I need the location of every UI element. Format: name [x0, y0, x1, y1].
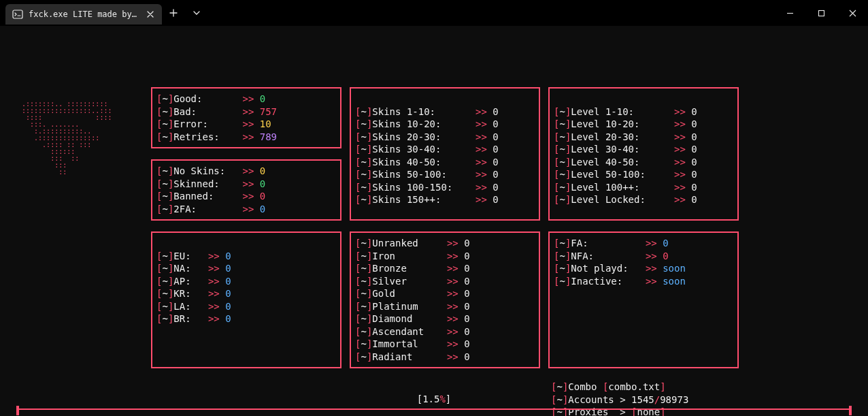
stat-value: 0 [225, 262, 231, 275]
stat-label: Ascendant [372, 325, 447, 338]
stat-label: Skins 1-10: [372, 106, 475, 118]
stat-row-rank-8: [~] Immortal >> 0 [355, 338, 532, 351]
close-window-button[interactable] [837, 0, 868, 26]
tab-dropdown-button[interactable] [185, 3, 208, 23]
stat-row-region-2: [~] AP: >> 0 [156, 275, 333, 288]
stat-label: Skins 30-40: [372, 143, 475, 156]
arrow-icon: >> [646, 275, 663, 288]
stat-value: 0 [464, 275, 469, 288]
tab-close-button[interactable] [146, 10, 155, 19]
stat-row-rank-0: [~] Unranked >> 0 [355, 237, 532, 250]
stat-label: Bronze [372, 262, 447, 275]
arrow-icon: >> [646, 250, 663, 263]
stat-row-good: [~] Good: >> 0 [156, 93, 333, 106]
arrow-icon: >> [674, 181, 691, 194]
ascii-logo: .:::::::.. :::::::::: :::::::::::::::::.… [22, 101, 112, 176]
arrow-icon: >> [674, 118, 691, 131]
stat-value: 0 [691, 143, 697, 156]
arrow-icon: >> [447, 287, 464, 300]
stat-value: 0 [464, 300, 469, 313]
stat-row-skins-1: [~] Skins 10-20: >> 0 [355, 118, 532, 131]
stat-label: 2FA: [173, 203, 242, 216]
stat-value: 0 [493, 143, 498, 156]
stat-value: 0 [691, 106, 697, 118]
arrow-icon: >> [674, 193, 691, 206]
stat-label: Gold [372, 287, 447, 300]
box-regions: [~] EU: >> 0[~] NA: >> 0[~] AP: >> 0[~] … [151, 231, 341, 368]
stat-label: FA: [571, 237, 646, 250]
stat-value: 0 [260, 190, 265, 203]
stat-row-level-6: [~] Level 100++: >> 0 [554, 181, 731, 194]
stat-value: 0 [493, 118, 498, 131]
stat-label: Good: [173, 93, 242, 106]
stat-row-rank-4: [~] Gold >> 0 [355, 287, 532, 300]
stat-label: Inactive: [571, 275, 646, 288]
stat-row-banned: [~] Banned: >> 0 [156, 190, 333, 203]
stat-label: Level 1-10: [571, 106, 674, 118]
tab-title: fxck.exe LITE made by fxck-te [29, 10, 140, 19]
stat-value: 757 [260, 106, 277, 118]
new-tab-button[interactable] [162, 3, 185, 23]
stat-label: LA: [173, 300, 208, 313]
arrow-icon: >> [475, 156, 493, 169]
arrow-icon: >> [475, 193, 493, 206]
stat-label: Unranked [372, 237, 447, 250]
stat-value: 0 [464, 325, 469, 338]
stat-value: soon [663, 275, 686, 288]
stat-row-rank-6: [~] Diamond >> 0 [355, 313, 532, 325]
stat-value: 0 [663, 237, 668, 250]
stat-row-rank-5: [~] Platinum >> 0 [355, 300, 532, 313]
stat-label: Iron [372, 250, 447, 263]
stat-row-rank-3: [~] Silver >> 0 [355, 275, 532, 288]
stat-label: BR: [173, 313, 208, 325]
stat-row-error: [~] Error: >> 10 [156, 118, 333, 131]
arrow-icon: >> [208, 262, 225, 275]
stat-label: Skins 100-150: [372, 181, 475, 194]
arrow-icon: >> [447, 250, 464, 263]
arrow-icon: >> [447, 313, 464, 325]
stat-value: 10 [260, 118, 271, 131]
stat-row-retries: [~] Retries: >> 789 [156, 131, 333, 144]
active-tab[interactable]: fxck.exe LITE made by fxck-te [5, 4, 162, 25]
arrow-icon: >> [674, 131, 691, 144]
stat-row-skins-6: [~] Skins 100-150: >> 0 [355, 181, 532, 194]
stat-label: Not playd: [571, 262, 646, 275]
arrow-icon: >> [646, 237, 663, 250]
minimize-button[interactable] [774, 0, 805, 26]
progress-percent: [1.5%] [0, 394, 868, 404]
stat-value: 0 [464, 237, 469, 250]
stat-value: 0 [493, 168, 498, 181]
arrow-icon: >> [475, 131, 493, 144]
stat-label: Skins 40-50: [372, 156, 475, 169]
stat-row-access-3: [~] Inactive: >> soon [554, 275, 731, 288]
arrow-icon: >> [674, 156, 691, 169]
arrow-icon: >> [208, 287, 225, 300]
progress-bar [16, 406, 852, 413]
stat-label: NFA: [571, 250, 646, 263]
stat-value: 0 [493, 193, 498, 206]
combo-file: combo.txt [608, 381, 660, 394]
stat-row-noskins: [~] No Skins: >> 0 [156, 165, 333, 178]
stat-row-region-0: [~] EU: >> 0 [156, 250, 333, 263]
arrow-icon: >> [208, 313, 225, 325]
svg-rect-1 [818, 10, 824, 16]
maximize-button[interactable] [805, 0, 837, 26]
stat-row-region-5: [~] BR: >> 0 [156, 313, 333, 325]
progress-track [16, 409, 852, 410]
arrow-icon: >> [475, 143, 493, 156]
combo-label: Combo [568, 381, 603, 394]
stat-value: 0 [464, 287, 469, 300]
stat-value: 0 [225, 287, 231, 300]
stat-value: 0 [225, 313, 231, 325]
stat-label: Level 30-40: [571, 143, 674, 156]
stat-value: 0 [691, 131, 697, 144]
arrow-icon: >> [674, 143, 691, 156]
arrow-icon: >> [475, 118, 493, 131]
arrow-icon: >> [447, 338, 464, 351]
stat-label: Radiant [372, 351, 447, 364]
stat-value: 0 [260, 203, 265, 216]
arrow-icon: >> [242, 165, 259, 178]
stat-value: 0 [691, 181, 697, 194]
arrow-icon: >> [447, 325, 464, 338]
stat-value: 0 [493, 131, 498, 144]
